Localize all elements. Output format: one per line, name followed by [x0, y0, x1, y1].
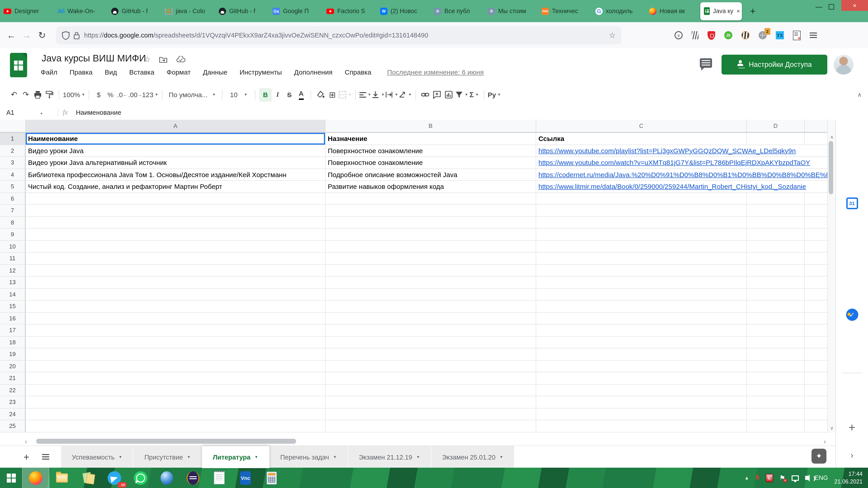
cell[interactable]	[805, 313, 827, 324]
cell[interactable]	[747, 396, 805, 408]
sheet-tab-active[interactable]: Литература▼	[202, 446, 270, 468]
collapse-toolbar-icon[interactable]: ∧	[857, 91, 862, 98]
row-header[interactable]: 21	[0, 372, 26, 384]
row-header[interactable]: 3	[0, 157, 26, 169]
cell[interactable]	[326, 240, 536, 253]
browser-tab[interactable]: Designer	[0, 2, 54, 20]
cell[interactable]	[805, 193, 827, 205]
cell[interactable]	[26, 240, 326, 253]
cell[interactable]	[747, 240, 805, 253]
clock[interactable]: 17:44 21.06.2021	[834, 470, 864, 486]
cell[interactable]	[805, 396, 827, 408]
document-title[interactable]: Java курсы ВИШ МИФИ	[41, 53, 146, 64]
cell[interactable]	[747, 408, 805, 420]
italic-button[interactable]: I	[272, 88, 283, 101]
cell[interactable]	[805, 300, 827, 313]
row-header[interactable]: 2	[0, 145, 26, 157]
browser-tab[interactable]: W(2) Новос	[377, 2, 430, 20]
text-wrap-icon[interactable]: ▼	[385, 88, 398, 101]
cell[interactable]	[747, 384, 805, 396]
cell[interactable]	[805, 229, 827, 240]
new-tab-button[interactable]: +	[750, 6, 756, 17]
cell[interactable]	[326, 384, 536, 396]
insert-link-icon[interactable]	[420, 88, 431, 101]
cell[interactable]	[536, 193, 747, 205]
cell[interactable]: https://www.youtube.com/watch?v=uXMTq81j…	[536, 157, 827, 169]
cell[interactable]	[747, 289, 805, 300]
cell[interactable]	[326, 193, 536, 205]
cell[interactable]	[536, 336, 747, 348]
row-header[interactable]: 12	[0, 265, 26, 276]
row-header[interactable]: 8	[0, 217, 26, 229]
row-header[interactable]: 22	[0, 384, 26, 396]
menu-data[interactable]: Данные	[203, 68, 227, 76]
cell[interactable]: Поверхностное ознакомление	[326, 145, 536, 157]
adblock-icon[interactable]	[708, 31, 715, 39]
sheet-tab[interactable]: Перечень задач▼	[270, 446, 348, 468]
scroll-left-icon[interactable]: ‹	[25, 437, 27, 445]
cell[interactable]	[536, 217, 747, 229]
browser-tab[interactable]: Factorio S	[323, 2, 377, 20]
row-header[interactable]: 5	[0, 181, 26, 193]
cell[interactable]	[26, 336, 326, 348]
vertical-align-icon[interactable]: ▼	[371, 88, 385, 101]
cell[interactable]: Чистый код. Создание, анализ и рефактори…	[26, 181, 326, 193]
cell[interactable]	[747, 420, 805, 432]
menu-format[interactable]: Формат	[166, 68, 191, 76]
google-calendar-icon[interactable]: 31	[846, 197, 858, 209]
browser-tab[interactable]: АбWake-On-	[54, 2, 107, 20]
minimize-button[interactable]: —	[815, 3, 822, 10]
cell[interactable]	[747, 253, 805, 265]
cell[interactable]	[326, 360, 536, 372]
menu-insert[interactable]: Вставка	[129, 68, 154, 76]
undo-icon[interactable]: ↶	[8, 88, 20, 101]
cell[interactable]	[747, 372, 805, 384]
url-bar[interactable]: https://docs.google.com/spreadsheets/d/1…	[56, 26, 621, 44]
row-header[interactable]: 18	[0, 336, 26, 348]
browser-tab[interactable]: Gхолодиль	[592, 2, 646, 20]
cell[interactable]	[536, 300, 747, 313]
comment-history-icon[interactable]	[700, 58, 712, 68]
forward-button[interactable]: →	[19, 30, 34, 40]
row-header[interactable]: 19	[0, 348, 26, 360]
cloud-saved-icon[interactable]	[176, 56, 185, 63]
hyperlink[interactable]: https://www.youtube.com/watch?v=uXMTq81j…	[538, 159, 810, 166]
close-tab-icon[interactable]: ×	[737, 8, 740, 14]
input-tools-icon[interactable]: Ру▼	[488, 88, 501, 101]
row-header[interactable]: 24	[0, 408, 26, 420]
cell[interactable]	[747, 229, 805, 240]
fill-color-icon[interactable]	[315, 88, 327, 101]
cell[interactable]	[26, 253, 326, 265]
insert-comment-icon[interactable]	[431, 88, 443, 101]
text-rotation-icon[interactable]: ▼	[398, 88, 412, 101]
cell[interactable]	[805, 265, 827, 276]
cell[interactable]: Поверхностное ознакомление	[326, 157, 536, 169]
column-header-b[interactable]: B	[326, 120, 536, 132]
vertical-scrollbar-thumb[interactable]	[829, 141, 833, 194]
volume-icon[interactable]	[805, 476, 808, 480]
menu-addons[interactable]: Дополнения	[294, 68, 333, 76]
cell[interactable]	[536, 372, 747, 384]
cell[interactable]	[747, 313, 805, 324]
cell[interactable]	[326, 205, 536, 217]
cell[interactable]	[747, 324, 805, 336]
cell[interactable]	[26, 300, 326, 313]
row-header[interactable]: 6	[0, 193, 26, 205]
cell[interactable]: Видео уроки Java альтернативный источник	[26, 157, 326, 169]
cell[interactable]	[536, 253, 747, 265]
add-sheet-button[interactable]: +	[24, 451, 29, 463]
cell[interactable]	[26, 313, 326, 324]
taskbar-eclipse[interactable]	[180, 468, 206, 488]
cell[interactable]	[536, 384, 747, 396]
browser-tab[interactable]: ✳Мы стоим	[484, 2, 538, 20]
row-header[interactable]: 16	[0, 313, 26, 324]
taskbar-winbox[interactable]	[154, 468, 180, 488]
last-edit-link[interactable]: Последнее изменение: 6 июня	[387, 68, 484, 76]
cell[interactable]	[805, 420, 827, 432]
cell[interactable]	[805, 276, 827, 289]
google-sheets-logo[interactable]	[10, 53, 27, 77]
browser-tab[interactable]: DNSТехничес	[538, 2, 592, 20]
network-icon[interactable]	[792, 475, 799, 481]
cell[interactable]	[26, 372, 326, 384]
star-document-icon[interactable]: ☆	[144, 55, 151, 64]
